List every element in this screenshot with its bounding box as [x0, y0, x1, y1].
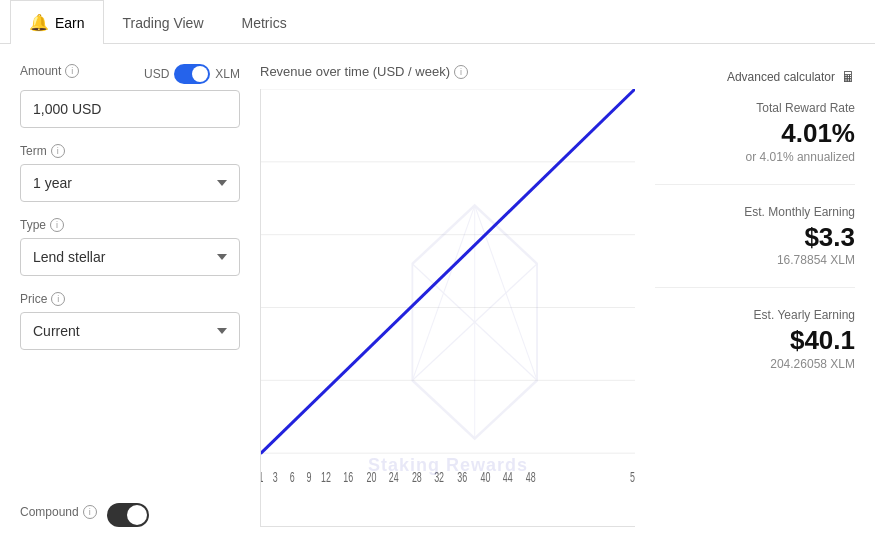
adv-calc-label: Advanced calculator [727, 70, 835, 84]
total-reward-sub: or 4.01% annualized [655, 150, 855, 164]
toggle-knob [192, 66, 208, 82]
svg-text:36: 36 [457, 469, 467, 486]
svg-text:52: 52 [630, 469, 635, 486]
tab-bar: 🔔 Earn Trading View Metrics [0, 0, 875, 44]
tab-metrics[interactable]: Metrics [223, 0, 306, 44]
term-select[interactable]: 1 year 6 months 3 months 1 month [20, 164, 240, 202]
tab-earn[interactable]: 🔔 Earn [10, 0, 104, 44]
amount-row: Amount i USD XLM [20, 64, 240, 84]
advanced-calculator[interactable]: Advanced calculator 🖩 [655, 69, 855, 85]
tab-metrics-label: Metrics [242, 15, 287, 31]
chart-title: Revenue over time (USD / week) i [260, 64, 635, 79]
total-reward-value: 4.01% [655, 119, 855, 148]
svg-line-16 [412, 206, 474, 381]
amount-input[interactable] [20, 90, 240, 128]
yearly-earning-sub: 204.26058 XLM [655, 357, 855, 371]
svg-text:20: 20 [366, 469, 376, 486]
chart-svg: $1,040 $1,032 $1,024 $1,016 $1,008 $1,00… [261, 89, 635, 526]
svg-line-18 [261, 89, 635, 453]
calculator-icon: 🖩 [841, 69, 855, 85]
compound-label: Compound i [20, 505, 97, 519]
currency-toggle-group: USD XLM [144, 64, 240, 84]
svg-text:6: 6 [290, 469, 295, 486]
amount-field-group: Amount i USD XLM [20, 64, 240, 128]
currency-toggle[interactable] [174, 64, 210, 84]
svg-text:48: 48 [526, 469, 536, 486]
left-panel: Amount i USD XLM Term i 1 year [20, 64, 240, 527]
monthly-earning-label: Est. Monthly Earning [655, 205, 855, 219]
divider-1 [655, 184, 855, 185]
svg-text:3: 3 [273, 469, 278, 486]
monthly-earning-value: $3.3 [655, 223, 855, 252]
right-panel: Advanced calculator 🖩 Total Reward Rate … [655, 64, 855, 527]
total-reward-label: Total Reward Rate [655, 101, 855, 115]
term-label: Term i [20, 144, 240, 158]
compound-toggle[interactable] [107, 503, 149, 527]
earn-icon: 🔔 [29, 13, 49, 32]
currency-xlm-label: XLM [215, 67, 240, 81]
price-info-icon[interactable]: i [51, 292, 65, 306]
yearly-earning-value: $40.1 [655, 326, 855, 355]
compound-toggle-knob [127, 505, 147, 525]
svg-text:12: 12 [321, 469, 331, 486]
type-label: Type i [20, 218, 240, 232]
chart-panel: Revenue over time (USD / week) i $1,040 … [260, 64, 635, 527]
term-info-icon[interactable]: i [51, 144, 65, 158]
type-select[interactable]: Lend stellar Delegate Stake [20, 238, 240, 276]
yearly-earning-block: Est. Yearly Earning $40.1 204.26058 XLM [655, 308, 855, 371]
svg-text:40: 40 [480, 469, 490, 486]
type-field-group: Type i Lend stellar Delegate Stake [20, 218, 240, 276]
tab-trading-view-label: Trading View [123, 15, 204, 31]
price-field-group: Price i Current Custom [20, 292, 240, 350]
monthly-earning-sub: 16.78854 XLM [655, 253, 855, 267]
svg-text:24: 24 [389, 469, 399, 486]
price-label: Price i [20, 292, 240, 306]
main-content: Amount i USD XLM Term i 1 year [0, 44, 875, 547]
svg-text:28: 28 [412, 469, 422, 486]
svg-text:44: 44 [503, 469, 513, 486]
svg-text:9: 9 [307, 469, 312, 486]
compound-info-icon[interactable]: i [83, 505, 97, 519]
svg-text:16: 16 [343, 469, 353, 486]
svg-line-17 [475, 206, 537, 381]
svg-text:32: 32 [434, 469, 444, 486]
term-field-group: Term i 1 year 6 months 3 months 1 month [20, 144, 240, 202]
tab-earn-label: Earn [55, 15, 85, 31]
svg-text:1: 1 [261, 469, 264, 486]
tab-trading-view[interactable]: Trading View [104, 0, 223, 44]
divider-2 [655, 287, 855, 288]
compound-row: Compound i [20, 493, 240, 527]
amount-info-icon[interactable]: i [65, 64, 79, 78]
total-reward-block: Total Reward Rate 4.01% or 4.01% annuali… [655, 101, 855, 164]
amount-label: Amount i [20, 64, 79, 78]
type-info-icon[interactable]: i [50, 218, 64, 232]
yearly-earning-label: Est. Yearly Earning [655, 308, 855, 322]
chart-container: $1,040 $1,032 $1,024 $1,016 $1,008 $1,00… [260, 89, 635, 527]
chart-info-icon[interactable]: i [454, 65, 468, 79]
monthly-earning-block: Est. Monthly Earning $3.3 16.78854 XLM [655, 205, 855, 268]
price-select[interactable]: Current Custom [20, 312, 240, 350]
currency-usd-label: USD [144, 67, 169, 81]
